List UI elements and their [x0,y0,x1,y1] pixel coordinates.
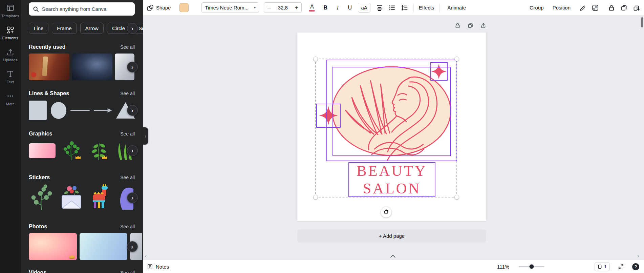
text-color-letter: A [310,4,314,9]
animate-button[interactable]: Animate [445,5,466,10]
lock-button[interactable] [608,4,615,11]
recent-photo-thumbnail[interactable] [72,54,112,80]
duplicate-page-button[interactable] [468,23,473,29]
graphics-scroll-button[interactable]: › [127,145,138,156]
font-size-decrease-button[interactable]: – [264,4,274,11]
sparkle-top-right [431,64,447,79]
toolbar-right-group: Group Position [530,4,641,11]
export-icon [480,23,486,28]
see-all-graphics[interactable]: See all [120,131,135,136]
copy-style-button[interactable] [633,4,640,11]
sticker-envelope-flowers[interactable] [59,184,84,211]
collapse-bottom-bar-button[interactable] [383,253,404,259]
shape-button[interactable]: Shape [147,4,171,11]
chevron-down-icon: ▾ [254,5,256,10]
fullscreen-icon [618,264,624,270]
duplicate-icon [468,23,473,28]
shape-square[interactable] [29,101,47,120]
notes-icon [147,264,153,270]
see-all-videos[interactable]: See all [120,270,135,273]
resize-handle-top-left[interactable] [313,57,318,61]
section-title: Videos [29,270,46,273]
zoom-slider-knob[interactable] [530,265,534,269]
photo-blue-gradient[interactable] [80,233,127,260]
italic-button[interactable]: I [334,5,342,11]
photo-pink-gradient[interactable] [29,233,77,260]
rail-item-uploads[interactable]: Uploads [3,48,18,62]
notes-button[interactable]: Notes [147,264,169,270]
resize-handle-top-right[interactable] [454,57,459,61]
scroll-right-chevron[interactable]: › [637,253,639,259]
see-all-photos[interactable]: See all [120,224,135,229]
stickers-scroll-button[interactable]: › [127,192,138,203]
rail-item-label: Uploads [3,58,18,62]
graphic-pink-gradient[interactable] [29,143,56,158]
text-case-button[interactable]: aA [358,3,370,13]
underline-button[interactable]: U [346,5,354,11]
see-all-lines-shapes[interactable]: See all [120,91,135,96]
shape-arrow[interactable] [94,108,112,113]
chip-frame[interactable]: Frame [52,23,77,34]
list-button[interactable] [389,4,395,11]
bold-button[interactable]: B [321,5,329,11]
section-lines-shapes: Lines & Shapes See all › [29,90,135,121]
rotate-handle[interactable] [381,207,391,217]
sticker-pinata[interactable] [89,184,112,211]
font-size-increase-button[interactable]: + [292,4,301,11]
search-input[interactable] [42,6,131,12]
transparency-button[interactable] [592,4,599,11]
pages-button[interactable]: 1 [595,262,610,271]
export-page-button[interactable] [480,23,486,29]
add-page-button[interactable]: + Add page [297,229,486,243]
section-videos: Videos See all [29,270,135,273]
rail-item-templates[interactable]: Templates [2,4,19,18]
section-title: Stickers [29,174,50,181]
vertical-scrollbar[interactable] [641,17,643,27]
page-actions [297,23,486,29]
rail-item-text[interactable]: Text [6,70,14,84]
photos-scroll-button[interactable]: › [127,241,138,252]
panel-collapse-tab[interactable]: ‹ [143,127,148,145]
canvas-area[interactable]: BEAUTY SALON + Add page [143,16,644,260]
resize-handle-bottom-left[interactable] [313,195,318,200]
shape-circle[interactable] [51,102,66,119]
sticker-eucalyptus[interactable] [29,184,54,211]
position-button[interactable]: Position [553,5,571,10]
lock-page-button[interactable] [455,23,460,29]
shape-line[interactable] [70,110,90,111]
recent-photo-thumbnail[interactable] [29,54,69,80]
shapes-scroll-button[interactable]: › [127,105,138,116]
help-button[interactable]: ? [632,263,639,270]
resize-handle-bottom-right[interactable] [454,195,459,200]
chip-circle[interactable]: Circle [107,23,130,34]
fullscreen-button[interactable] [618,264,624,270]
rail-item-elements[interactable]: Elements [2,26,18,40]
rail-item-more[interactable]: More [6,92,15,106]
zoom-slider[interactable] [519,266,544,267]
recently-used-scroll-button[interactable]: › [127,62,138,72]
duplicate-button[interactable] [621,4,627,11]
text-color-button[interactable]: A [308,4,316,12]
font-family-dropdown[interactable]: Times Neue Rom... ▾ [201,2,259,13]
fill-color-swatch[interactable] [179,3,189,12]
design-page[interactable]: BEAUTY SALON [297,33,486,221]
chevron-right-icon: › [131,244,133,250]
logo-text[interactable]: BEAUTY SALON [348,162,435,197]
graphic-leaves[interactable] [88,140,109,161]
chip-line[interactable]: Line [29,23,48,34]
workspace: Shape Times Neue Rom... ▾ – 32,8 + A B I… [143,0,644,273]
spacing-button[interactable] [401,4,408,11]
see-all-recently-used[interactable]: See all [120,44,135,50]
scroll-left-chevron[interactable]: ‹ [145,253,147,259]
shape-button-label: Shape [156,5,171,10]
chips-scroll-right-button[interactable]: › [127,23,138,34]
edit-button[interactable] [579,4,586,11]
chip-arrow[interactable]: Arrow [80,23,104,34]
graphic-plant[interactable] [60,140,83,161]
see-all-stickers[interactable]: See all [120,175,135,180]
effects-button[interactable]: Effects [419,5,434,10]
font-size-value[interactable]: 32,8 [274,5,292,10]
group-button[interactable]: Group [530,5,544,10]
text-align-button[interactable] [376,4,383,11]
chevron-right-icon: › [131,147,133,154]
